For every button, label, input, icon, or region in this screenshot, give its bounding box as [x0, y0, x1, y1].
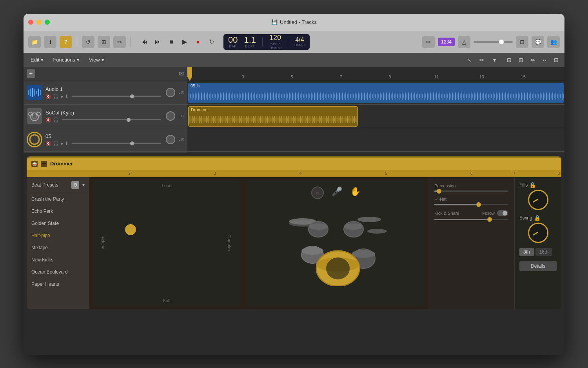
perc-shaker-icon[interactable]: ✋ [350, 187, 361, 199]
cycle-button[interactable]: ↺ [82, 36, 94, 48]
track05-down[interactable]: ⬇ [65, 141, 69, 146]
smart-controls-label[interactable]: 1234 [438, 38, 455, 46]
audio1-solo[interactable]: 🎧 [53, 94, 59, 99]
close-button[interactable] [28, 20, 33, 25]
fast-forward-button[interactable]: ⏭ [152, 36, 164, 48]
beat-label: BEAT [245, 44, 255, 48]
smart-controls-button[interactable]: ? [60, 36, 72, 48]
hihat-thumb [476, 202, 481, 207]
drummer-solo[interactable]: 🎧 [53, 117, 59, 123]
audio1-clip[interactable]: 05 ↻ [188, 83, 564, 103]
drummer-editor-header: 🥁 〜 Drummer [27, 158, 561, 170]
details-button[interactable]: Details [519, 261, 557, 271]
swing-knob[interactable] [528, 223, 548, 243]
fills-knob[interactable] [528, 190, 548, 210]
view-menu[interactable]: View ▾ [85, 55, 108, 64]
share-button[interactable]: ⊡ [516, 36, 528, 48]
preset-half-pipe[interactable]: Half-pipe [27, 230, 89, 242]
zoom-out-btn[interactable]: ⊟ [504, 55, 514, 65]
toolbar-divider-1 [77, 36, 77, 47]
play-button[interactable]: ▶ [179, 36, 191, 48]
preset-new-kicks[interactable]: New Kicks [27, 254, 89, 266]
drum-ruler-8: 8 [557, 171, 560, 176]
fit-btn[interactable]: ⇔ [528, 55, 538, 65]
library-button[interactable]: 📁 [28, 36, 41, 48]
kick-slider[interactable] [434, 219, 508, 220]
svg-point-32 [301, 247, 323, 255]
performance-pad[interactable]: Loud Soft Simple Complex [93, 180, 241, 306]
info-button[interactable]: ℹ [44, 36, 56, 48]
audio1-mute[interactable]: 🔇 [45, 94, 51, 99]
chevron-down-icon: ▾ [41, 57, 44, 63]
functions-menu[interactable]: Functions ▾ [49, 55, 83, 64]
key-value: Cmaj [294, 43, 305, 47]
lcd-display: 00 BAR 1.1 BEAT 120 KEEP TEMPO 4/4 Cmaj [223, 34, 310, 50]
preset-mixtape[interactable]: Mixtape [27, 242, 89, 254]
swing-knob-section: Swing 🔒 [519, 215, 557, 243]
drummer-clip[interactable]: Drummer [188, 106, 358, 127]
scissors-button[interactable]: ✂ [113, 36, 126, 48]
preset-crash-the-party[interactable]: Crash the Party [27, 193, 89, 205]
fills-knob-indicator [532, 198, 538, 203]
track05-solo[interactable]: 🎧 [53, 141, 59, 146]
chat-button[interactable]: 💬 [532, 36, 544, 48]
stop-button[interactable]: ■ [165, 36, 177, 48]
add-track-button[interactable]: + [27, 69, 35, 78]
percussion-slider[interactable] [434, 190, 508, 192]
audio1-down[interactable]: ⬇ [65, 94, 69, 99]
zoom-in-btn[interactable]: ⊞ [516, 55, 526, 65]
timeline-row-drummer[interactable]: Drummer [187, 105, 564, 128]
hihat-slider[interactable] [434, 204, 508, 205]
note-buttons: 8th 16th [519, 248, 557, 256]
right-tools: ⊟ ⊞ ⇔ ↔ ⊟ [504, 55, 561, 65]
edit-menu[interactable]: Edit ▾ [27, 55, 47, 64]
audio1-clip-header: 05 ↻ [188, 83, 564, 89]
svg-point-23 [358, 217, 381, 222]
collab-button[interactable]: 👥 [547, 36, 560, 48]
cursor-tool[interactable]: ↖ [464, 55, 474, 65]
maximize-button[interactable] [45, 20, 50, 25]
perc-tambourine[interactable]: ○ [311, 187, 324, 199]
track05-dot[interactable]: ● [60, 141, 63, 146]
timeline-row-05[interactable] [187, 128, 564, 152]
track-row-drummer: SoCal (Kyle) 🔇 🎧 L R [24, 105, 187, 128]
minimize-button[interactable] [36, 20, 42, 25]
preset-echo-park[interactable]: Echo Park [27, 205, 89, 218]
tuner-button[interactable]: △ [458, 36, 470, 48]
audio1-dot[interactable]: ● [60, 94, 63, 99]
preset-ocean-boulevard[interactable]: Ocean Boulevard [27, 266, 89, 278]
track05-knob[interactable] [166, 135, 175, 144]
mixer-button[interactable]: ⊞ [98, 36, 110, 48]
track05-fader[interactable] [72, 143, 161, 144]
svg-point-24 [367, 229, 387, 234]
note-btn-8th[interactable]: 8th [519, 248, 534, 256]
audio1-fader[interactable] [72, 96, 161, 97]
rewind-button[interactable]: ⏮ [139, 36, 151, 48]
drummer-fader[interactable] [62, 119, 161, 120]
svg-rect-1 [28, 90, 29, 95]
drummer-level: L R [178, 114, 184, 118]
mail-icon[interactable]: ✉ [179, 70, 184, 78]
track05-mute[interactable]: 🔇 [45, 141, 51, 146]
follow-toggle[interactable] [497, 210, 508, 216]
drummer-mute[interactable]: 🔇 [45, 117, 51, 123]
beat-presets-chevron[interactable]: ▾ [82, 182, 85, 188]
drummer-knob[interactable] [166, 111, 175, 121]
cycle-transport-button[interactable]: ↻ [205, 36, 217, 48]
beat-presets-settings[interactable]: ⚙ [71, 181, 79, 189]
edit-tool[interactable]: ✏ [477, 55, 487, 65]
fills-swing-panel: Fills 🔒 Swing 🔒 [514, 177, 561, 309]
note-btn-16th[interactable]: 16th [535, 248, 552, 256]
preset-golden-state[interactable]: Golden State [27, 218, 89, 230]
preset-paper-hearts[interactable]: Paper Hearts [27, 278, 89, 290]
pad-dot[interactable] [125, 224, 136, 235]
audio1-knob[interactable] [166, 88, 175, 97]
level-btn[interactable]: ⊟ [551, 55, 561, 65]
perc-stick-icon[interactable]: 🎤 [332, 187, 342, 199]
tool-select[interactable]: ▾ [489, 55, 499, 65]
pencil-tool[interactable]: ✏ [422, 36, 435, 48]
auto-btn[interactable]: ↔ [539, 55, 550, 65]
master-volume[interactable] [474, 41, 513, 43]
timeline-row-audio1[interactable]: 05 ↻ [187, 81, 564, 105]
record-button[interactable]: ● [192, 36, 204, 48]
